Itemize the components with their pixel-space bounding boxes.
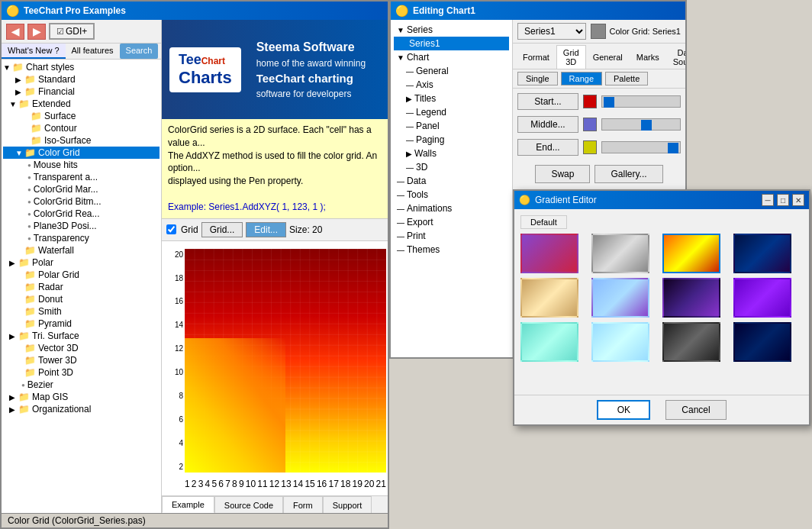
tree-item-tri-surface[interactable]: ▶ 📁 Tri. Surface bbox=[3, 330, 160, 342]
data-label: Data bbox=[407, 176, 426, 186]
tab-datasource[interactable]: Data Source bbox=[666, 45, 685, 69]
gdi-button[interactable]: ☑ GDI+ bbox=[49, 23, 95, 40]
folder-icon: 📁 bbox=[18, 331, 30, 341]
sub-tab-palette[interactable]: Palette bbox=[605, 72, 648, 85]
start-slider[interactable] bbox=[601, 95, 681, 108]
gradient-item-6[interactable] bbox=[591, 278, 649, 318]
cancel-button[interactable]: Cancel bbox=[665, 400, 726, 420]
tree-item-smith[interactable]: 📁 Smith bbox=[3, 305, 160, 318]
tab-form[interactable]: Form bbox=[283, 496, 323, 513]
tree-item-mapgis[interactable]: ▶ 📁 Map GIS bbox=[3, 391, 160, 403]
tab-general[interactable]: General bbox=[586, 45, 630, 69]
dialog-maximize-button[interactable]: □ bbox=[777, 194, 789, 206]
gradient-item-1[interactable] bbox=[520, 234, 578, 273]
series-tree-series1[interactable]: Series1 bbox=[394, 37, 509, 50]
series-selector[interactable]: Series1 bbox=[517, 23, 586, 40]
gradient-item-11[interactable] bbox=[662, 322, 720, 362]
tree-item-polar[interactable]: ▶ 📁 Polar bbox=[3, 256, 160, 269]
series-tree-themes[interactable]: — Themes bbox=[394, 243, 509, 256]
tree-item-waterfall[interactable]: 📁 Waterfall bbox=[3, 244, 160, 256]
end-button[interactable]: End... bbox=[517, 139, 578, 156]
tab-grid3d[interactable]: Grid 3D bbox=[556, 45, 586, 69]
gradient-item-4[interactable] bbox=[733, 234, 791, 273]
gradient-item-3[interactable] bbox=[662, 234, 720, 273]
grid-checkbox[interactable] bbox=[166, 224, 176, 234]
dialog-minimize-button[interactable]: ─ bbox=[762, 194, 774, 206]
series-tree-series[interactable]: ▼ Series bbox=[394, 23, 509, 37]
gradient-item-12[interactable] bbox=[733, 322, 791, 362]
forward-button[interactable]: ▶ bbox=[27, 24, 46, 40]
gradient-item-7[interactable] bbox=[662, 278, 720, 318]
tab-whats-new[interactable]: What's New ? bbox=[2, 44, 66, 59]
series-tree-walls[interactable]: ▶ Walls bbox=[394, 147, 509, 160]
nav-toolbar: ◀ ▶ ☑ GDI+ bbox=[2, 20, 161, 44]
tab-example[interactable]: Example bbox=[162, 496, 214, 513]
tree-item-transparent[interactable]: ● Transparent a... bbox=[3, 171, 160, 183]
tree-item-tower3d[interactable]: 📁 Tower 3D bbox=[3, 354, 160, 366]
gallery-button[interactable]: Gallery... bbox=[594, 165, 662, 183]
tree-item-iso-surface[interactable]: 📁 Iso-Surface bbox=[3, 134, 160, 147]
tree-item-bezier[interactable]: ● Bezier bbox=[3, 379, 160, 391]
tree-item-plane3d[interactable]: ● Plane3D Posi... bbox=[3, 220, 160, 232]
gradient-tab-default[interactable]: Default bbox=[520, 215, 567, 229]
tree-item-radar[interactable]: 📁 Radar bbox=[3, 281, 160, 293]
tree-item-vector3d[interactable]: 📁 Vector 3D bbox=[3, 342, 160, 354]
tree-item-colorgrid-rea[interactable]: ● ColorGrid Rea... bbox=[3, 208, 160, 220]
tree-item-point3d[interactable]: 📁 Point 3D bbox=[3, 366, 160, 379]
tab-search[interactable]: Search bbox=[120, 44, 159, 59]
middle-slider[interactable] bbox=[601, 118, 681, 131]
dialog-close-button[interactable]: ✕ bbox=[792, 194, 804, 206]
walls-label: Walls bbox=[414, 148, 437, 159]
gradient-dialog-title-bar: 🟡 Gradient Editor ─ □ ✕ bbox=[514, 191, 809, 209]
tree-item-standard[interactable]: ▶ 📁 Standard bbox=[3, 73, 160, 85]
series-tree-tools[interactable]: — Tools bbox=[394, 188, 509, 202]
tree-item-mouse-hits[interactable]: ● Mouse hits bbox=[3, 159, 160, 171]
series-tree-data[interactable]: — Data bbox=[394, 174, 509, 188]
end-slider[interactable] bbox=[601, 141, 681, 153]
tree-item-pyramid[interactable]: 📁 Pyramid bbox=[3, 318, 160, 330]
tree-item-transparency[interactable]: ● Transparency bbox=[3, 232, 160, 244]
series-tree-legend[interactable]: — Legend bbox=[394, 105, 509, 119]
series-tree-titles[interactable]: ▶ Titles bbox=[394, 92, 509, 105]
series-tree-axis[interactable]: — Axis bbox=[394, 78, 509, 92]
tab-source-code[interactable]: Source Code bbox=[214, 496, 283, 513]
gradient-item-8[interactable] bbox=[733, 278, 791, 318]
tree-item-extended[interactable]: ▼ 📁 Extended bbox=[3, 98, 160, 110]
tab-format[interactable]: Format bbox=[516, 45, 556, 69]
tree-item-donut[interactable]: 📁 Donut bbox=[3, 293, 160, 305]
tree-item-surface[interactable]: 📁 Surface bbox=[3, 110, 160, 122]
gradient-item-9[interactable] bbox=[520, 322, 578, 362]
middle-button[interactable]: Middle... bbox=[517, 116, 578, 133]
ok-button[interactable]: OK bbox=[597, 400, 650, 420]
series-tree-export[interactable]: — Export bbox=[394, 215, 509, 229]
tab-marks[interactable]: Marks bbox=[630, 45, 666, 69]
tree-item-color-grid[interactable]: ▼ 📁 Color Grid bbox=[3, 147, 160, 159]
tree-item-colorgrid-mar[interactable]: ● ColorGrid Mar... bbox=[3, 183, 160, 195]
sub-tab-range[interactable]: Range bbox=[561, 72, 602, 85]
series-tree-chart[interactable]: ▼ Chart bbox=[394, 50, 509, 64]
tree-item-organizational[interactable]: ▶ 📁 Organizational bbox=[3, 403, 160, 415]
gradient-item-5[interactable] bbox=[520, 278, 578, 318]
tree-item-polar-grid[interactable]: 📁 Polar Grid bbox=[3, 269, 160, 281]
start-button[interactable]: Start... bbox=[517, 93, 578, 110]
chart-styles-tree[interactable]: ▼ 📁 Chart styles ▶ 📁 Standard ▶ 📁 Financ… bbox=[2, 60, 161, 513]
series-tree-panel[interactable]: — Panel bbox=[394, 119, 509, 133]
tree-item-colorgrid-bm[interactable]: ● ColorGrid Bitm... bbox=[3, 195, 160, 208]
gradient-item-10[interactable] bbox=[591, 322, 649, 362]
gradient-grid[interactable] bbox=[520, 234, 803, 362]
series-tree-animations[interactable]: — Animations bbox=[394, 202, 509, 215]
grid-btn[interactable]: Grid... bbox=[201, 222, 243, 237]
tree-item-financial[interactable]: ▶ 📁 Financial bbox=[3, 85, 160, 98]
series-tree-print[interactable]: — Print bbox=[394, 229, 509, 243]
tree-item-contour[interactable]: 📁 Contour bbox=[3, 122, 160, 134]
tab-all-features[interactable]: All features bbox=[66, 44, 120, 59]
tab-support[interactable]: Support bbox=[323, 496, 372, 513]
back-button[interactable]: ◀ bbox=[6, 24, 24, 40]
sub-tab-single[interactable]: Single bbox=[517, 72, 558, 85]
swap-button[interactable]: Swap bbox=[535, 165, 590, 183]
series-tree-paging[interactable]: — Paging bbox=[394, 133, 509, 147]
gradient-item-2[interactable] bbox=[591, 234, 649, 273]
series-tree-general[interactable]: — General bbox=[394, 64, 509, 78]
series-tree-3d[interactable]: — 3D bbox=[394, 160, 509, 174]
edit-btn[interactable]: Edit... bbox=[246, 222, 286, 237]
